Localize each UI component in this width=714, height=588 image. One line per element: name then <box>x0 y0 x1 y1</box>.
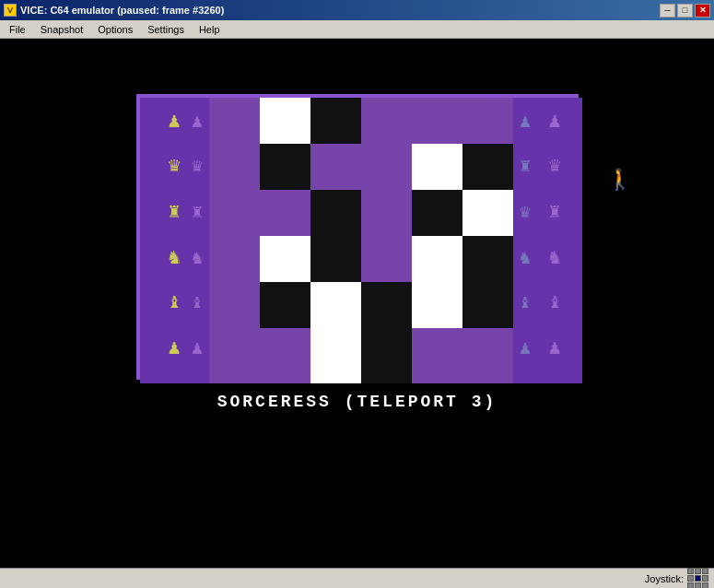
svg-text:♜: ♜ <box>168 199 180 222</box>
svg-text:♟: ♟ <box>519 110 530 132</box>
title-bar: V VICE: C64 emulator (paused: frame #326… <box>0 0 714 20</box>
svg-rect-19 <box>412 190 462 236</box>
svg-text:♟: ♟ <box>519 336 530 359</box>
svg-text:♟: ♟ <box>191 336 202 359</box>
svg-rect-30 <box>361 282 412 328</box>
svg-rect-27 <box>209 282 260 328</box>
svg-rect-17 <box>310 190 361 236</box>
joystick-grid <box>687 568 708 588</box>
joy-cell-bm <box>695 582 701 588</box>
svg-rect-23 <box>310 236 361 282</box>
emulator-screen: 🚶 <box>0 39 714 588</box>
svg-text:♜: ♜ <box>548 199 560 222</box>
joy-cell-br <box>702 582 708 588</box>
svg-rect-12 <box>361 144 412 190</box>
svg-rect-29 <box>310 282 361 328</box>
svg-text:♝: ♝ <box>191 290 202 312</box>
svg-rect-37 <box>412 328 462 383</box>
svg-text:♟: ♟ <box>168 109 180 132</box>
svg-rect-11 <box>310 144 361 190</box>
svg-text:♞: ♞ <box>168 245 180 268</box>
svg-text:♞: ♞ <box>519 246 530 268</box>
svg-rect-14 <box>462 144 513 190</box>
svg-rect-18 <box>361 190 412 236</box>
window-controls: ─ □ ✕ <box>660 4 710 18</box>
svg-rect-13 <box>412 144 462 190</box>
menu-help[interactable]: Help <box>192 22 228 37</box>
svg-rect-22 <box>260 236 310 282</box>
menu-snapshot[interactable]: Snapshot <box>33 22 90 37</box>
svg-rect-38 <box>462 328 513 383</box>
window-title: VICE: C64 emulator (paused: frame #3260) <box>20 5 224 16</box>
close-button[interactable]: ✕ <box>695 4 710 18</box>
menu-options[interactable]: Options <box>90 22 140 37</box>
menu-settings[interactable]: Settings <box>140 22 192 37</box>
status-bar: Joystick: <box>0 568 714 588</box>
svg-rect-35 <box>310 328 361 383</box>
joystick-label: Joystick: <box>645 573 684 584</box>
joy-cell-ml <box>687 575 694 582</box>
svg-text:♞: ♞ <box>548 245 560 268</box>
svg-rect-8 <box>462 98 513 144</box>
svg-text:♝: ♝ <box>519 290 530 312</box>
svg-text:♜: ♜ <box>191 200 202 222</box>
svg-text:♝: ♝ <box>548 289 560 312</box>
joy-cell-mr <box>702 575 708 582</box>
svg-rect-33 <box>209 328 260 383</box>
menu-bar: File Snapshot Options Settings Help <box>0 20 714 39</box>
svg-text:♛: ♛ <box>168 153 180 176</box>
svg-text:♞: ♞ <box>191 246 202 268</box>
svg-rect-5 <box>310 98 361 144</box>
minimize-button[interactable]: ─ <box>660 4 675 18</box>
app-icon: V <box>4 4 17 17</box>
svg-rect-15 <box>209 190 260 236</box>
joy-cell-center <box>695 575 701 582</box>
svg-rect-9 <box>209 144 260 190</box>
svg-text:♛: ♛ <box>191 154 202 176</box>
joy-cell-tm <box>695 568 701 574</box>
svg-rect-21 <box>209 236 260 282</box>
svg-rect-31 <box>412 282 462 328</box>
game-title: SORCERESS (TELEPORT 3) <box>136 393 579 411</box>
joy-cell-tl <box>687 568 694 574</box>
svg-rect-24 <box>361 236 412 282</box>
svg-rect-6 <box>361 98 412 144</box>
menu-file[interactable]: File <box>2 22 33 37</box>
svg-text:♟: ♟ <box>191 110 202 132</box>
svg-text:♛: ♛ <box>519 200 530 222</box>
svg-rect-36 <box>361 328 412 383</box>
svg-text:♟: ♟ <box>548 335 560 359</box>
joystick-indicator: Joystick: <box>645 568 708 588</box>
maximize-button[interactable]: □ <box>677 4 693 18</box>
svg-text:♟: ♟ <box>548 109 560 132</box>
svg-rect-10 <box>260 144 310 190</box>
svg-rect-26 <box>462 236 513 282</box>
svg-rect-25 <box>412 236 462 282</box>
game-frame: ♟ ♛ ♜ ♞ ♝ ♟ ♟ ♛ ♜ ♞ ♝ ♟ ♟ ♜ ♛ ♞ ♝ ♟ <box>136 94 579 380</box>
svg-rect-32 <box>462 282 513 328</box>
svg-rect-16 <box>260 190 310 236</box>
joy-cell-bl <box>687 582 694 588</box>
svg-rect-20 <box>462 190 513 236</box>
svg-rect-34 <box>260 328 310 383</box>
svg-text:♛: ♛ <box>548 153 560 176</box>
svg-rect-7 <box>412 98 462 144</box>
game-board-svg: ♟ ♛ ♜ ♞ ♝ ♟ ♟ ♛ ♜ ♞ ♝ ♟ ♟ ♜ ♛ ♞ ♝ ♟ <box>140 98 582 383</box>
svg-rect-4 <box>260 98 310 144</box>
svg-rect-3 <box>209 98 260 144</box>
joy-cell-tr <box>702 568 708 574</box>
svg-text:♟: ♟ <box>168 335 180 359</box>
game-screen: 🚶 <box>136 94 579 411</box>
svg-text:♜: ♜ <box>519 154 530 176</box>
svg-rect-28 <box>260 282 310 328</box>
walking-figure-icon: 🚶 <box>607 168 632 192</box>
svg-text:♝: ♝ <box>168 289 180 312</box>
